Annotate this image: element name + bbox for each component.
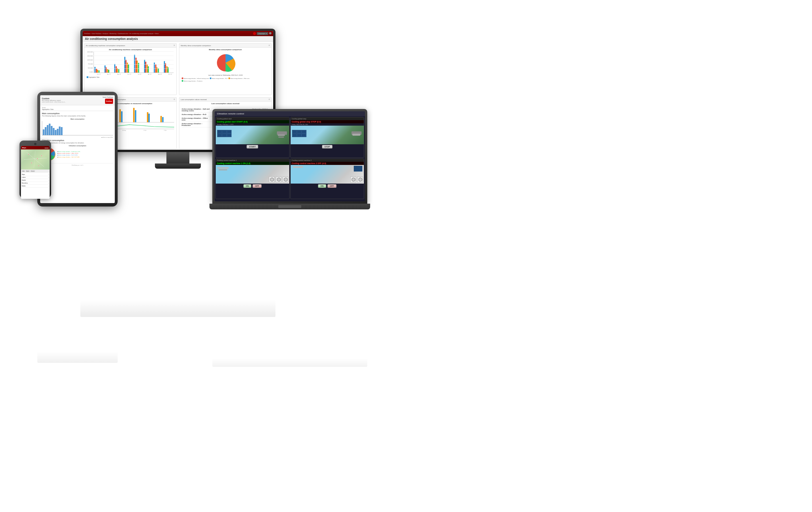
tablet-pie-title: Climation consumption xyxy=(42,145,113,147)
phone-title: Maps xyxy=(22,147,26,149)
map-pin-2 xyxy=(37,158,38,159)
list-item-name-5: Nodes xyxy=(22,185,26,187)
browser-breadcrumb: PickData > Suite PickData > Analysis > M… xyxy=(84,33,159,34)
tablet-active-energy-label: ▬ Active energy (kWh) xyxy=(42,137,113,138)
tablet-date-range: 04/07/2018 05:00 - 05/07/2018 01:0... xyxy=(42,101,66,103)
cooling-stop-status: Cooling global stop STOP (0.0) xyxy=(291,120,364,123)
laptop-screen-part: Climation remote control Cooling global … xyxy=(212,109,367,204)
cooling-m1-image xyxy=(216,165,289,184)
map-pin-5 xyxy=(38,165,39,167)
cooling-global-stop-panel: Cooling global stop Cooling global stop … xyxy=(290,117,365,158)
monitor-neck xyxy=(167,152,190,163)
laptop-trackpad xyxy=(278,205,301,208)
phone-screen: Maps ▬▬▬ xyxy=(21,146,50,199)
stop-button[interactable]: STOP xyxy=(322,145,332,149)
laptop-reflection xyxy=(212,358,367,367)
tablet-main-chart-title: Main consumption xyxy=(42,118,113,120)
phone-map xyxy=(21,149,50,170)
filter-tag-2[interactable]: Spain xyxy=(26,170,30,172)
cooling-start-header: Cooling global start xyxy=(216,117,289,120)
list-item-name-3: Madrid xyxy=(22,180,26,181)
consumption-menu-icon: ≡ xyxy=(268,98,270,101)
tablet-sede: Sede PickData xyxy=(103,96,113,98)
tablet-reflection xyxy=(37,351,118,363)
cooling-stop-image xyxy=(291,126,364,144)
svg-line-3 xyxy=(24,158,47,159)
machine1-on-button[interactable]: ON xyxy=(243,184,252,188)
laptop: Climation remote control Cooling global … xyxy=(212,109,367,235)
tablet-main-consumption-title: Main consumption xyxy=(42,113,113,115)
machine2-off-button[interactable]: OFF xyxy=(327,184,337,188)
cooling-m2-btn-row: ON OFF xyxy=(291,184,364,188)
list-item-value-4: › xyxy=(49,182,49,184)
tablet-climation-desc: Detail of the distribution of energy con… xyxy=(42,142,113,144)
bar-chart-panel-title: Air conditioning machines consumption co… xyxy=(86,45,125,47)
pie-chart-area: Monthly clima consumption comparison Las… xyxy=(179,48,271,93)
cooling-stop-btn-row: STOP xyxy=(291,144,364,149)
phone-list: Maps › Lisbon › Madrid › Barcelona › Nod… xyxy=(21,173,50,188)
bar-chart-title: Air conditioning machines consumption co… xyxy=(86,49,175,51)
list-item-2: Lisbon › xyxy=(22,176,49,179)
tablet-screen: Custom My energy efficiency report 04/07… xyxy=(40,95,115,203)
laptop-screen: Climation remote control Cooling global … xyxy=(214,111,365,201)
phone-filter-bar: Italy Spain France xyxy=(21,170,50,173)
laptop-base xyxy=(209,204,370,209)
tablet-footer: PickData.es 1 of 1 xyxy=(42,163,113,166)
cooling-m1-status: Cooling control machine 1 ON (1.0) xyxy=(216,162,289,165)
machine1-off-button[interactable]: OFF xyxy=(253,184,262,188)
phone-signal: ▬▬▬ xyxy=(45,147,49,149)
cooling-start-image xyxy=(216,126,289,144)
filter-tag-1[interactable]: Italy xyxy=(22,170,25,172)
pie-chart-svg xyxy=(215,53,236,73)
consumption-panel-title: Last consumption values received xyxy=(181,99,207,100)
list-item-name-1: Maps xyxy=(22,174,25,175)
phone: Maps ▬▬▬ xyxy=(20,141,51,198)
map-pin-4 xyxy=(41,155,42,156)
monitor-pie-chart-panel: Monthly clima consumption comparison ≡ M… xyxy=(179,43,272,95)
cooling-start-status: Cooling global start START (0.0) xyxy=(216,120,289,123)
map-overlay xyxy=(21,149,50,170)
list-item-1: Maps › xyxy=(22,173,49,176)
tablet-main-consumption-desc: The following figures show the main cons… xyxy=(42,115,113,117)
consumption-label-4: Active energy climation – Production xyxy=(182,123,210,126)
cooling-machine-1-panel: Cooling control machine 1 Cooling contro… xyxy=(215,159,290,199)
cooling-machine-2-panel: Cooling control machine 2 Cooling contro… xyxy=(290,159,365,199)
machine2-on-button[interactable]: ON xyxy=(318,184,326,188)
tablet-bar-chart xyxy=(42,121,113,135)
laptop-screen-header: Climation remote control xyxy=(214,111,365,116)
phone-header: Maps ▬▬▬ xyxy=(21,146,50,149)
map-pin-3 xyxy=(31,162,32,163)
monitor-reflection xyxy=(80,300,276,317)
filter-tag-3[interactable]: France xyxy=(30,170,35,172)
list-item-arrow-1: › xyxy=(49,174,49,175)
pie-chart-title: Monthly clima consumption comparison xyxy=(180,49,270,51)
tablet-body: Zone: Aggregation: Data Main consumption… xyxy=(40,105,115,203)
svg-line-2 xyxy=(27,152,44,167)
start-button[interactable]: START xyxy=(246,145,258,149)
cooling-m2-image xyxy=(291,165,364,184)
consumption-label-3: Active energy climation – Office zone xyxy=(182,117,210,121)
cooling-m1-btn-row: ON OFF xyxy=(216,184,289,188)
cooling-m2-header: Cooling control machine 2 xyxy=(291,159,364,162)
pie-menu-icon: ≡ xyxy=(268,44,270,47)
monitor-bar-chart-panel: Air conditioning machines consumption co… xyxy=(84,43,177,95)
list-item-name-4: Barcelona xyxy=(22,182,28,184)
monitor-stand xyxy=(155,163,201,169)
consumption-label-2: Active energy climation – R+D xyxy=(182,114,206,115)
list-item-4: Barcelona › xyxy=(22,182,49,185)
cooling-global-start-panel: Cooling global start Cooling global star… xyxy=(215,117,290,158)
tablet-header: Custom My energy efficiency report 04/07… xyxy=(40,95,115,105)
list-item-value-5: › xyxy=(49,185,49,187)
pie-chart-panel-title: Monthly clima consumption comparison xyxy=(181,45,211,47)
consumption-label-1: Active energy climation – Hall and meeti… xyxy=(182,108,210,112)
list-item-value-3: › xyxy=(49,180,49,181)
map-pin-1 xyxy=(28,154,29,155)
cooling-stop-header: Cooling global stop xyxy=(291,117,364,120)
tablet-aggregation: Aggregation: Data xyxy=(42,109,113,110)
monitor-page-title: Air conditioning consumption analysis xyxy=(83,36,273,42)
list-item-3: Madrid › xyxy=(22,179,49,182)
bar-chart-area: Air conditioning machines consumption co… xyxy=(84,48,176,93)
consumption-title-text: Last consumption values received xyxy=(180,103,270,104)
area-menu-icon: ≡ xyxy=(174,98,175,101)
svg-line-4 xyxy=(34,151,35,168)
